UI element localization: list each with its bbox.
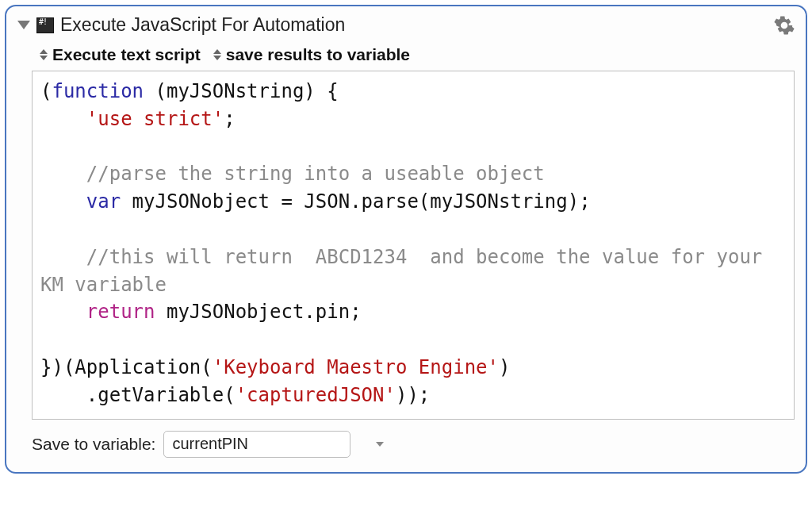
action-header: Execute JavaScript For Automation — [17, 14, 795, 36]
stepper-output[interactable] — [213, 49, 221, 60]
script-text-field[interactable]: (function (myJSONstring) { 'use strict';… — [32, 71, 795, 420]
chevron-down-icon[interactable] — [376, 442, 384, 447]
save-row: Save to variable: — [32, 431, 795, 458]
variable-input[interactable] — [172, 435, 373, 453]
save-to-variable-label: Save to variable: — [32, 435, 155, 454]
terminal-icon — [36, 17, 54, 33]
disclosure-triangle[interactable] — [17, 21, 30, 29]
stepper-mode[interactable] — [40, 49, 48, 60]
variable-combobox[interactable] — [163, 431, 350, 458]
options-row: Execute text script save results to vari… — [40, 45, 795, 64]
option-output[interactable]: save results to variable — [226, 45, 410, 64]
action-panel: Execute JavaScript For Automation Execut… — [5, 5, 807, 474]
option-mode[interactable]: Execute text script — [52, 45, 201, 64]
action-title: Execute JavaScript For Automation — [60, 14, 768, 36]
gear-icon[interactable] — [774, 15, 795, 36]
